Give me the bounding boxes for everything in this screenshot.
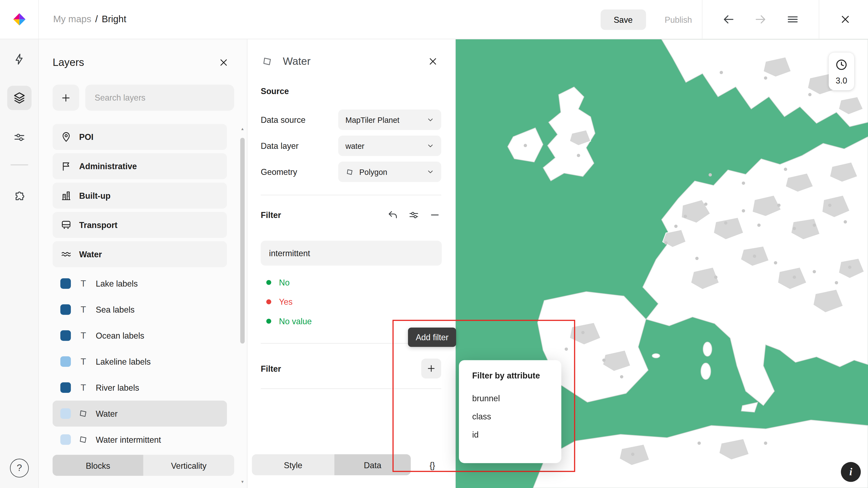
popup-title: Filter by attribute	[459, 370, 561, 389]
layer-item-ocean-labels[interactable]: T Ocean labels	[53, 323, 227, 349]
layer-item-label: Water intermittent	[96, 435, 161, 444]
scrollbar-thumb[interactable]	[240, 138, 245, 344]
undo-history-back-button[interactable]	[716, 6, 741, 32]
inspector-title: Water	[283, 55, 311, 67]
verticality-tab[interactable]: Verticality	[144, 455, 235, 476]
filter-settings-button[interactable]	[407, 208, 420, 221]
text-label-icon: T	[78, 357, 89, 366]
layer-item-water[interactable]: Water	[53, 401, 227, 427]
revert-filter-button[interactable]	[386, 208, 399, 221]
layer-item-water-intermittent[interactable]: Water intermittent	[53, 426, 227, 453]
layer-item-lakeline-labels[interactable]: T Lakeline labels	[53, 349, 227, 375]
layers-panel-title: Layers	[53, 56, 84, 69]
layer-group-poi[interactable]: POI	[53, 124, 227, 150]
layer-item-river-labels[interactable]: T River labels	[53, 375, 227, 401]
polygon-icon	[78, 434, 89, 445]
breadcrumb-my-maps[interactable]: My maps	[53, 14, 91, 25]
topbar-divider	[702, 0, 703, 39]
style-tab[interactable]: Style	[252, 454, 335, 476]
poi-pin-icon	[60, 131, 72, 143]
layers-icon	[12, 91, 27, 105]
close-icon	[218, 57, 229, 68]
json-editor-button[interactable]: {}	[422, 455, 442, 475]
search-layers-input[interactable]	[85, 85, 234, 110]
hamburger-menu-icon	[786, 13, 799, 26]
data-layer-label: Data layer	[261, 141, 299, 151]
layer-color-swatch[interactable]	[60, 434, 71, 445]
minus-icon	[429, 209, 440, 220]
data-layer-select[interactable]: water	[338, 135, 441, 156]
layer-group-label: Transport	[79, 220, 118, 230]
layers-scrollbar[interactable]: ▲ ▼	[239, 126, 246, 485]
app-logo[interactable]	[0, 0, 39, 39]
layer-color-swatch[interactable]	[60, 356, 71, 367]
app-window: My maps / Bright Save Publish	[0, 0, 868, 488]
add-filter-button[interactable]	[421, 358, 441, 378]
layer-color-swatch[interactable]	[60, 408, 71, 419]
filter-heading: Filter	[261, 210, 281, 219]
layer-inspector-panel: Water Source Data source MapTiler Planet…	[247, 39, 456, 488]
layer-group-administrative[interactable]: Administrative	[53, 153, 227, 179]
option-dot	[267, 319, 271, 324]
data-layer-value: water	[345, 141, 364, 150]
layer-color-swatch[interactable]	[60, 279, 71, 289]
scroll-up-arrow[interactable]: ▲	[239, 126, 246, 132]
close-inspector-button[interactable]	[425, 54, 440, 69]
layer-color-swatch[interactable]	[60, 330, 71, 341]
sliders-icon	[13, 131, 26, 144]
layer-color-swatch[interactable]	[60, 382, 71, 393]
close-layers-panel-button[interactable]	[216, 55, 231, 70]
filter-options: No Yes No value	[261, 273, 441, 331]
remove-filter-button[interactable]	[428, 208, 441, 221]
layer-item-lake-labels[interactable]: T Lake labels	[53, 270, 227, 297]
redo-history-forward-button[interactable]	[748, 6, 773, 32]
data-source-select[interactable]: MapTiler Planet	[338, 109, 441, 130]
filter-heading-2: Filter	[261, 364, 281, 373]
plus-icon	[426, 364, 436, 373]
popup-item-brunnel[interactable]: brunnel	[459, 389, 561, 407]
flag-icon	[60, 161, 72, 172]
layer-item-label: Lakeline labels	[96, 357, 151, 366]
info-icon: i	[849, 466, 852, 478]
layer-item-label: Lake labels	[96, 279, 138, 289]
layer-group-built-up[interactable]: Built-up	[53, 183, 227, 208]
layer-color-swatch[interactable]	[60, 304, 71, 315]
puzzle-icon	[13, 190, 26, 203]
filter-option-no[interactable]: No	[261, 273, 441, 292]
geometry-select[interactable]: Polygon	[338, 162, 441, 182]
chevron-down-icon	[427, 142, 434, 150]
popup-item-class[interactable]: class	[459, 407, 561, 425]
publish-button[interactable]: Publish	[665, 14, 692, 24]
close-editor-button[interactable]	[833, 6, 858, 32]
clock-icon	[835, 58, 848, 71]
quick-actions-button[interactable]	[7, 47, 32, 71]
option-dot	[267, 280, 271, 285]
save-button[interactable]: Save	[600, 9, 646, 30]
menu-button[interactable]	[780, 6, 806, 32]
scroll-down-arrow[interactable]: ▼	[239, 479, 246, 485]
layer-group-transport[interactable]: Transport	[53, 212, 227, 238]
add-filter-tooltip: Add filter	[408, 327, 456, 347]
plugins-tool-button[interactable]	[7, 184, 32, 209]
filter-attribute-input[interactable]	[261, 241, 442, 266]
layer-group-water[interactable]: Water	[53, 241, 227, 267]
arrow-left-icon	[722, 13, 735, 26]
map-history-zoom-control[interactable]: 3.0	[829, 53, 854, 90]
layers-tool-button[interactable]	[7, 86, 32, 110]
topbar-divider	[818, 0, 819, 39]
data-tab[interactable]: Data	[335, 454, 411, 476]
adjustments-tool-button[interactable]	[7, 125, 32, 150]
blocks-tab[interactable]: Blocks	[53, 455, 144, 476]
option-label: Yes	[279, 297, 293, 306]
filter-option-yes[interactable]: Yes	[261, 292, 441, 312]
layer-item-sea-labels[interactable]: T Sea labels	[53, 297, 227, 323]
map-info-button[interactable]: i	[841, 462, 861, 482]
add-layer-button[interactable]	[53, 85, 79, 110]
source-heading: Source	[261, 86, 289, 96]
close-icon	[839, 13, 851, 26]
popup-item-id[interactable]: id	[459, 425, 561, 444]
geometry-label: Geometry	[261, 167, 297, 176]
help-button[interactable]: ?	[10, 459, 29, 478]
breadcrumb: My maps / Bright	[53, 14, 126, 25]
polygon-icon	[78, 408, 89, 419]
